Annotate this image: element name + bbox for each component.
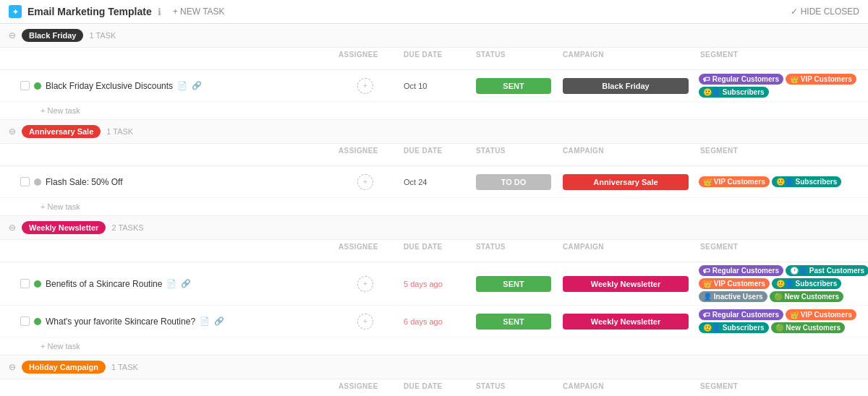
add-task-row[interactable]: + New task: [0, 198, 868, 215]
task-color-dot: [34, 318, 41, 325]
group-task-count: 1 TASK: [106, 127, 133, 136]
due-date-cell[interactable]: Oct 24: [398, 175, 470, 189]
segment-tag[interactable]: 👑 VIP Customers: [699, 176, 770, 187]
assignee-cell[interactable]: +: [333, 171, 398, 193]
doc-icon: 📄: [200, 317, 210, 326]
assignee-cell[interactable]: +: [333, 311, 398, 332]
campaign-cell[interactable]: Weekly Newsletter: [557, 273, 694, 295]
attach-icon[interactable]: 🔗: [214, 317, 224, 326]
col-header: DUE DATE: [398, 379, 470, 396]
segment-cell: 🏷 Regular Customers👑 VIP Customers🙂👤 Sub…: [694, 306, 868, 336]
doc-icon: 📄: [166, 279, 176, 288]
col-header: SEGMENT: [694, 144, 868, 165]
group-toggle[interactable]: ⊖: [9, 362, 16, 372]
page-title: Email Marketing Template: [27, 6, 152, 17]
col-header: DUE DATE: [398, 240, 470, 262]
col-header: CAMPAIGN: [557, 144, 694, 165]
new-task-button[interactable]: + NEW TASK: [167, 4, 231, 19]
col-header: ASSIGNEE: [333, 379, 398, 396]
info-icon[interactable]: ℹ: [158, 7, 161, 17]
col-header: STATUS: [470, 48, 557, 69]
due-date-cell[interactable]: 6 days ago: [398, 314, 470, 329]
assignee-cell[interactable]: +: [333, 75, 398, 97]
group-toggle[interactable]: ⊖: [9, 126, 16, 137]
segment-tag[interactable]: 🏷 Regular Customers: [699, 74, 783, 85]
group-anniversary-sale: ⊖ Anniversary Sale 1 TASK ASSIGNEEDUE DA…: [0, 120, 868, 216]
group-toggle[interactable]: ⊖: [9, 30, 16, 40]
task-name[interactable]: Black Friday Exclusive Discounts: [46, 81, 173, 91]
status-cell[interactable]: TO DO: [470, 171, 557, 193]
assignee-avatar: +: [357, 174, 373, 190]
group-toggle[interactable]: ⊖: [9, 223, 16, 233]
segment-cell: 👑 VIP Customers🙂👤 Subscribers: [694, 173, 868, 190]
task-checkbox[interactable]: [20, 81, 30, 90]
task-name-cell: What's your favorite Skincare Routine? 📄…: [0, 312, 333, 331]
assignee-avatar: +: [357, 276, 373, 292]
status-cell[interactable]: SENT: [470, 75, 557, 97]
segment-tag[interactable]: 🙂👤 Subscribers: [772, 176, 842, 187]
segment-cell: 🏷 Regular Customers🕐👤 Past Customers👑 VI…: [694, 262, 868, 305]
task-row: Flash Sale: 50% Off +Oct 24TO DOAnnivers…: [0, 166, 868, 198]
task-name-cell: Black Friday Exclusive Discounts 📄 🔗: [0, 77, 333, 95]
segment-tag[interactable]: 🟢 New Customers: [771, 322, 845, 333]
task-checkbox[interactable]: [20, 177, 30, 186]
attach-icon[interactable]: 🔗: [181, 279, 191, 288]
segment-tag[interactable]: 🟢 New Customers: [770, 291, 843, 302]
segment-tag[interactable]: 🙂👤 Subscribers: [699, 322, 769, 333]
attach-icon[interactable]: 🔗: [192, 81, 202, 90]
segment-tag[interactable]: 👑 VIP Customers: [699, 278, 770, 289]
group-header: ⊖ Holiday Campaign 1 TASK: [0, 356, 868, 379]
col-header: SEGMENT: [694, 48, 868, 69]
group-badge: Weekly Newsletter: [22, 221, 106, 234]
col-header: ASSIGNEE: [333, 240, 398, 262]
col-header: CAMPAIGN: [557, 379, 694, 396]
column-headers: ASSIGNEEDUE DATESTATUSCAMPAIGNSEGMENTFIL…: [0, 144, 868, 166]
group-badge: Black Friday: [22, 29, 83, 42]
group-task-count: 1 TASK: [89, 31, 116, 40]
group-holiday-campaign: ⊖ Holiday Campaign 1 TASK ASSIGNEEDUE DA…: [0, 356, 868, 396]
status-cell[interactable]: SENT: [470, 273, 557, 295]
group-header: ⊖ Weekly Newsletter 2 TASKS: [0, 216, 868, 240]
due-date-cell[interactable]: 5 days ago: [398, 277, 470, 291]
due-date-cell[interactable]: Oct 10: [398, 79, 470, 93]
task-checkbox[interactable]: [20, 317, 30, 326]
col-header: ASSIGNEE: [333, 144, 398, 165]
campaign-cell[interactable]: Black Friday: [557, 75, 694, 97]
status-badge: SENT: [476, 314, 551, 330]
segment-tag[interactable]: 🕐👤 Past Customers: [786, 265, 868, 276]
app-icon: ✦: [9, 5, 22, 18]
task-checkbox[interactable]: [20, 279, 30, 288]
segment-tag[interactable]: 🙂👤 Subscribers: [772, 278, 842, 289]
add-task-row[interactable]: + New task: [0, 337, 868, 355]
task-name[interactable]: Benefits of a Skincare Routine: [46, 279, 162, 289]
task-color-dot: [34, 280, 41, 288]
task-row: Benefits of a Skincare Routine 📄 🔗 +5 da…: [0, 262, 868, 306]
segment-tag[interactable]: 🙂👤 Subscribers: [699, 87, 769, 98]
status-cell[interactable]: SENT: [470, 311, 557, 332]
add-task-row[interactable]: + New task: [0, 102, 868, 119]
col-header: DUE DATE: [398, 144, 470, 165]
col-header: STATUS: [470, 240, 557, 262]
segment-tag[interactable]: 🏷 Regular Customers: [699, 309, 783, 320]
col-header: STATUS: [470, 379, 557, 396]
hide-closed-button[interactable]: ✓ HIDE CLOSED: [791, 7, 859, 17]
group-task-count: 1 TASK: [111, 363, 138, 371]
assignee-cell[interactable]: +: [333, 273, 398, 295]
task-name[interactable]: Flash Sale: 50% Off: [46, 177, 123, 187]
campaign-badge: Weekly Newsletter: [563, 314, 689, 330]
segment-cell: 🏷 Regular Customers👑 VIP Customers🙂👤 Sub…: [694, 71, 868, 100]
col-header: SEGMENT: [694, 379, 868, 396]
segment-tag[interactable]: 👑 VIP Customers: [786, 309, 856, 320]
segment-tag[interactable]: 🏷 Regular Customers: [699, 265, 783, 276]
campaign-cell[interactable]: Anniversary Sale: [557, 171, 694, 193]
header: ✦ Email Marketing Template ℹ + NEW TASK …: [0, 0, 868, 24]
segment-tag[interactable]: 👤 Inactive Users: [699, 291, 767, 302]
group-black-friday: ⊖ Black Friday 1 TASK ASSIGNEEDUE DATEST…: [0, 24, 868, 120]
column-headers: ASSIGNEEDUE DATESTATUSCAMPAIGNSEGMENTFIL…: [0, 48, 868, 70]
column-headers: ASSIGNEEDUE DATESTATUSCAMPAIGNSEGMENTFIL…: [0, 379, 868, 396]
campaign-cell[interactable]: Weekly Newsletter: [557, 311, 694, 332]
campaign-badge: Anniversary Sale: [563, 174, 689, 190]
task-name[interactable]: What's your favorite Skincare Routine?: [46, 317, 195, 327]
task-name-cell: Benefits of a Skincare Routine 📄 🔗: [0, 275, 333, 293]
segment-tag[interactable]: 👑 VIP Customers: [786, 74, 856, 85]
